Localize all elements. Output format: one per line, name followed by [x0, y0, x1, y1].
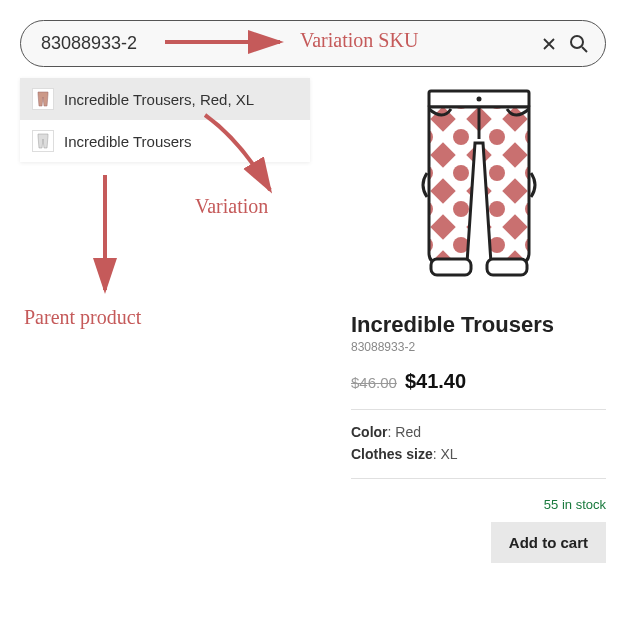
search-input[interactable] — [37, 29, 541, 58]
svg-rect-9 — [487, 259, 527, 275]
divider — [351, 409, 606, 410]
dropdown-item-label: Incredible Trousers, Red, XL — [64, 91, 254, 108]
dropdown-item-variation[interactable]: Incredible Trousers, Red, XL — [20, 78, 310, 120]
attr-size-value: : XL — [433, 446, 458, 462]
trousers-icon — [32, 130, 54, 152]
attr-color: Color: Red — [351, 424, 606, 440]
annotation-variation-sku: Variation SKU — [300, 29, 418, 52]
svg-point-0 — [571, 36, 583, 48]
dropdown-item-parent[interactable]: Incredible Trousers — [20, 120, 310, 162]
price-old: $46.00 — [351, 374, 397, 391]
dropdown-item-label: Incredible Trousers — [64, 133, 192, 150]
attr-color-label: Color — [351, 424, 388, 440]
annotation-parent-product: Parent product — [24, 306, 141, 329]
annotation-variation: Variation — [195, 195, 268, 218]
svg-rect-8 — [431, 259, 471, 275]
search-dropdown: Incredible Trousers, Red, XL Incredible … — [20, 78, 310, 162]
stock-label: 55 in stock — [351, 497, 606, 512]
divider — [351, 478, 606, 479]
attr-size-label: Clothes size — [351, 446, 433, 462]
svg-point-7 — [476, 97, 481, 102]
price-new: $41.40 — [405, 370, 466, 393]
attr-color-value: : Red — [388, 424, 421, 440]
trousers-icon — [32, 88, 54, 110]
product-panel: Incredible Trousers 83088933-2 $46.00 $4… — [351, 78, 606, 563]
product-sku: 83088933-2 — [351, 340, 606, 354]
close-icon[interactable] — [541, 36, 557, 52]
add-to-cart-button[interactable]: Add to cart — [491, 522, 606, 563]
product-attrs: Color: Red Clothes size: XL — [351, 424, 606, 462]
product-title: Incredible Trousers — [351, 312, 606, 338]
search-icon[interactable] — [569, 34, 589, 54]
price-row: $46.00 $41.40 — [351, 370, 606, 393]
attr-size: Clothes size: XL — [351, 446, 606, 462]
product-image — [351, 78, 606, 298]
arrow-icon — [90, 170, 120, 300]
